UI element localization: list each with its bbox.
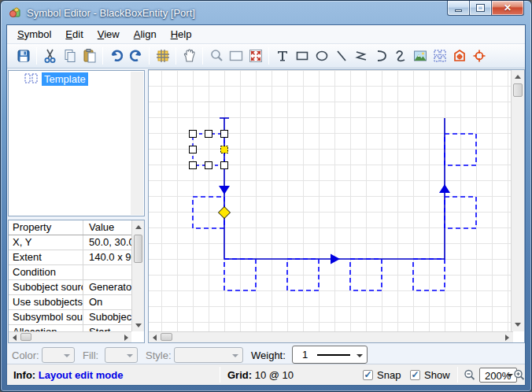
port-bottom-3[interactable] bbox=[350, 259, 382, 290]
menu-align[interactable]: Align bbox=[127, 26, 164, 43]
scrollbar-thumb[interactable] bbox=[513, 83, 523, 97]
image-tool-button[interactable] bbox=[410, 46, 430, 66]
table-row[interactable]: AllocationStart bbox=[9, 325, 131, 331]
scroll-right-icon[interactable] bbox=[124, 335, 128, 341]
canvas-hscrollbar[interactable] bbox=[149, 331, 513, 342]
table-row[interactable]: X, Y50.0, 30.0 bbox=[9, 235, 131, 250]
port-bottom-4[interactable] bbox=[413, 259, 445, 290]
save-button[interactable] bbox=[13, 46, 33, 66]
property-vscrollbar[interactable] bbox=[131, 220, 144, 331]
selection-handle[interactable] bbox=[190, 146, 197, 153]
close-button[interactable]: ✕ bbox=[491, 1, 524, 16]
property-column-header: Property bbox=[9, 220, 83, 235]
zoom-out-button[interactable] bbox=[463, 368, 477, 383]
paste-icon bbox=[82, 48, 98, 64]
port-bottom-1[interactable] bbox=[224, 259, 256, 290]
undo-icon bbox=[109, 48, 124, 64]
table-row[interactable]: Extent140.0 x 90 bbox=[9, 250, 131, 265]
fill-label: Fill: bbox=[83, 349, 98, 361]
maximize-button[interactable] bbox=[470, 1, 491, 16]
port-bottom-2[interactable] bbox=[287, 259, 319, 290]
save-icon bbox=[16, 48, 31, 64]
app-window: Symbol Editor - BlackBoxEntity [Port] ✕ … bbox=[0, 0, 532, 392]
anchor-diamond[interactable] bbox=[219, 207, 231, 219]
property-hscrollbar[interactable] bbox=[9, 331, 131, 342]
table-row[interactable]: Subobject sourcGenerato bbox=[9, 280, 131, 295]
scroll-down-icon[interactable] bbox=[515, 323, 521, 327]
title-bar[interactable]: Symbol Editor - BlackBoxEntity [Port] ✕ bbox=[1, 1, 531, 24]
menu-edit[interactable]: Edit bbox=[58, 26, 90, 43]
undo-button[interactable] bbox=[106, 46, 126, 66]
pan-button[interactable] bbox=[179, 46, 199, 66]
tree-item-template[interactable]: Template bbox=[9, 71, 144, 87]
status-mode: Layout edit mode bbox=[39, 369, 124, 381]
menu-view[interactable]: View bbox=[91, 26, 127, 43]
scrollbar-thumb[interactable] bbox=[134, 235, 142, 263]
zoom-in-button[interactable] bbox=[512, 368, 526, 383]
selection-handle[interactable] bbox=[221, 131, 228, 138]
zoom-window-icon bbox=[228, 48, 244, 64]
port-shape-button[interactable] bbox=[449, 46, 469, 66]
show-checkbox[interactable]: ✓ bbox=[410, 370, 420, 380]
selection-handle[interactable] bbox=[221, 162, 228, 169]
port-right-top[interactable] bbox=[445, 134, 476, 165]
line-tool-button[interactable] bbox=[331, 46, 351, 66]
status-bar: Info: Layout edit mode Grid: 10 @ 10 ✓ S… bbox=[7, 364, 525, 385]
text-tool-button[interactable] bbox=[272, 46, 292, 66]
spline-tool-button[interactable] bbox=[390, 46, 410, 66]
zoom-window-button[interactable] bbox=[226, 46, 246, 66]
minimize-button[interactable] bbox=[447, 1, 470, 16]
paste-button[interactable] bbox=[79, 46, 99, 66]
selection-handle-anchor[interactable] bbox=[221, 146, 228, 153]
selection-handle[interactable] bbox=[205, 162, 212, 169]
table-row[interactable]: Subsymbol sourSubobjec bbox=[9, 310, 131, 325]
rectangle-tool-button[interactable] bbox=[292, 46, 312, 66]
ellipse-tool-button[interactable] bbox=[312, 46, 331, 66]
zoom-fit-button[interactable] bbox=[246, 46, 265, 66]
spline-icon bbox=[393, 48, 408, 64]
copy-button[interactable] bbox=[60, 46, 79, 66]
scroll-left-icon[interactable] bbox=[153, 335, 157, 341]
chevron-down-icon bbox=[357, 354, 363, 357]
snap-checkbox[interactable]: ✓ bbox=[363, 370, 373, 380]
selection-handle[interactable] bbox=[190, 162, 197, 169]
selected-port-outline[interactable] bbox=[193, 134, 224, 165]
canvas-vscrollbar[interactable] bbox=[511, 70, 524, 331]
redo-button[interactable] bbox=[126, 46, 146, 66]
scrollbar-thumb[interactable] bbox=[20, 333, 31, 341]
rectangle-icon bbox=[294, 48, 310, 64]
cut-button[interactable] bbox=[40, 46, 60, 66]
table-row[interactable]: Condition bbox=[9, 265, 131, 280]
drawing-canvas[interactable] bbox=[149, 70, 513, 331]
port-right-bottom[interactable] bbox=[445, 197, 476, 228]
weight-value: 1 bbox=[302, 349, 308, 361]
scroll-right-icon[interactable] bbox=[505, 335, 509, 341]
scroll-left-icon[interactable] bbox=[13, 335, 17, 341]
polyline-tool-button[interactable] bbox=[351, 46, 371, 66]
symbol-outline-path[interactable] bbox=[224, 118, 445, 259]
image-icon bbox=[412, 48, 428, 64]
ports-tool-button[interactable] bbox=[430, 46, 449, 66]
crosshair-button[interactable] bbox=[469, 46, 489, 66]
grid-button[interactable] bbox=[153, 46, 172, 66]
selection-handle[interactable] bbox=[205, 131, 212, 138]
text-icon bbox=[275, 48, 290, 64]
menu-symbol[interactable]: Symbol bbox=[10, 26, 58, 43]
zoom-button[interactable] bbox=[206, 46, 226, 66]
arc-tool-button[interactable] bbox=[371, 46, 390, 66]
toolbar-separator bbox=[149, 47, 150, 65]
scroll-up-icon[interactable] bbox=[515, 75, 521, 79]
selected-port[interactable] bbox=[190, 131, 228, 169]
table-row[interactable]: Use subobjects aOn bbox=[9, 295, 131, 310]
scroll-up-icon[interactable] bbox=[135, 225, 142, 229]
scrollbar-thumb[interactable] bbox=[161, 333, 172, 341]
selection-handle[interactable] bbox=[190, 131, 197, 138]
arrow-up-icon bbox=[439, 184, 450, 193]
scroll-down-icon[interactable] bbox=[135, 324, 142, 327]
zoom-level-combobox[interactable]: 200% bbox=[479, 368, 517, 383]
menu-help[interactable]: Help bbox=[164, 26, 199, 43]
tree-scrollbar[interactable] bbox=[131, 72, 143, 215]
weight-combobox[interactable]: 1 bbox=[292, 346, 368, 364]
chevron-down-icon bbox=[64, 354, 70, 357]
minimize-icon bbox=[455, 9, 462, 12]
